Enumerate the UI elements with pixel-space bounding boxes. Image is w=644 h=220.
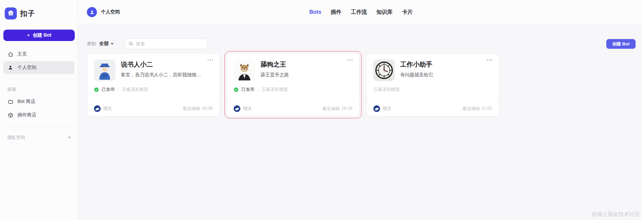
last-edited: 最近编辑 16:26 <box>322 106 352 112</box>
edited-time: 16:38 <box>202 106 213 112</box>
tab-knowledge[interactable]: 知识库 <box>376 9 393 16</box>
edited-label: 最近编辑 <box>182 106 200 112</box>
last-edited: 最近编辑 16:38 <box>182 106 213 112</box>
card-footer: 明天 最近编辑 16:38 <box>87 101 219 116</box>
sidebar-item-home[interactable]: 主页 <box>3 48 74 61</box>
coze-logo-icon <box>5 7 17 20</box>
owner-name: 明天 <box>383 106 392 112</box>
sidebar-item-personal-space[interactable]: 个人空间 <box>3 61 74 74</box>
more-options-icon[interactable] <box>206 58 214 62</box>
workspace-name: 个人空间 <box>101 9 120 15</box>
category-dropdown[interactable]: 全部 <box>99 41 113 47</box>
bot-title: 说书人小二 <box>121 60 204 69</box>
model-label: 云雀语言模型 <box>373 86 400 93</box>
brand-logo: 扣子 <box>0 0 78 20</box>
card-info: 舔狗之王 舔王晋升之路 <box>261 60 352 81</box>
card-info: 工作小助手 有问题就丢给它 <box>400 60 492 81</box>
bot-title: 舔狗之王 <box>261 60 344 69</box>
workspace-avatar-icon <box>87 7 97 17</box>
status-row: 已发布 云雀语言模型 <box>227 86 359 93</box>
sidebar-item-label: 插件商店 <box>18 112 36 118</box>
sidebar-nav: 主页 个人空间 探索 Bot 商店 <box>0 48 78 141</box>
owner-avatar <box>373 105 380 112</box>
edited-time: 11:52 <box>481 106 492 112</box>
team-space-label: 团队空间 <box>7 135 25 141</box>
bot-store-icon <box>7 99 13 105</box>
more-options-icon[interactable] <box>486 58 494 62</box>
top-header: 个人空间 Bots 插件 工作流 知识库 卡片 <box>78 0 644 24</box>
card-info: 说书人小二 客官，吾乃说书人小二，且听我细细说来... <box>121 60 213 81</box>
published-check-icon <box>234 87 239 92</box>
chevron-down-icon <box>111 43 113 45</box>
edited-time: 16:26 <box>341 106 352 112</box>
bot-card-tiangou[interactable]: 舔狗之王 舔王晋升之路 已发布 云雀语言模型 <box>227 53 360 116</box>
card-footer: 明天 最近编辑 11:52 <box>367 101 499 116</box>
create-bot-button-sidebar[interactable]: + 创建 Bot <box>3 30 75 41</box>
add-team-space-icon[interactable]: + <box>67 135 71 141</box>
sidebar-item-label: Bot 商店 <box>18 99 35 105</box>
bot-description: 舔王晋升之路 <box>261 72 344 78</box>
model-label: 云雀语言模型 <box>122 86 148 93</box>
owner-avatar <box>234 105 240 112</box>
bot-description: 有问题就丢给它 <box>400 72 483 78</box>
plugin-store-icon <box>7 112 13 118</box>
bot-card-work-assistant[interactable]: 工作小助手 有问题就丢给它 云雀语言模型 明天 最近编辑 11:5 <box>366 53 499 116</box>
sidebar-divider <box>4 126 74 126</box>
explore-section-label: 探索 <box>0 84 78 95</box>
sidebar-item-label: 个人空间 <box>18 65 36 71</box>
more-options-icon[interactable] <box>346 58 354 62</box>
owner-avatar <box>94 105 101 112</box>
scrollbar-track[interactable] <box>641 0 644 220</box>
filter-row: 类别: 全部 <box>87 38 636 49</box>
owner-name: 明天 <box>243 106 252 112</box>
sidebar-item-plugin-store[interactable]: 插件商店 <box>3 109 74 121</box>
published-label: 已发布 <box>241 86 255 93</box>
sidebar: 扣子 + 创建 Bot 主页 个人空间 探索 <box>0 0 78 220</box>
main-tabs: Bots 插件 工作流 知识库 卡片 <box>309 0 413 24</box>
bot-avatar-storyteller <box>94 60 115 81</box>
tab-plugins[interactable]: 插件 <box>331 9 341 16</box>
bot-card-shuoshuren[interactable]: 说书人小二 客官，吾乃说书人小二，且听我细细说来... 已发布 云雀语言模型 <box>87 53 220 116</box>
bot-avatar-dog-suit <box>234 60 255 81</box>
bot-card-list: 说书人小二 客官，吾乃说书人小二，且听我细细说来... 已发布 云雀语言模型 <box>87 53 636 116</box>
create-bot-label: 创建 Bot <box>33 32 51 38</box>
sidebar-divider <box>4 79 74 79</box>
card-main: 说书人小二 客官，吾乃说书人小二，且听我细细说来... <box>87 53 219 81</box>
edited-label: 最近编辑 <box>322 106 340 112</box>
search-input[interactable] <box>136 41 203 46</box>
brand-name: 扣子 <box>20 9 35 18</box>
status-separator <box>258 87 258 91</box>
person-icon <box>7 65 13 71</box>
card-footer: 明天 最近编辑 16:26 <box>227 101 359 116</box>
home-icon <box>7 51 13 57</box>
status-separator <box>118 87 118 91</box>
owner: 明天 <box>373 105 392 112</box>
status-row: 已发布 云雀语言模型 <box>87 86 219 93</box>
category-label: 类别: <box>87 41 97 47</box>
tab-cards[interactable]: 卡片 <box>402 9 413 16</box>
plus-icon: + <box>27 32 30 39</box>
card-main: 工作小助手 有问题就丢给它 <box>367 53 499 81</box>
model-label: 云雀语言模型 <box>262 86 288 93</box>
status-row: 云雀语言模型 <box>367 86 499 93</box>
published-label: 已发布 <box>102 86 115 93</box>
bot-avatar-clock <box>373 60 395 81</box>
sidebar-item-bot-store[interactable]: Bot 商店 <box>3 95 74 108</box>
team-space-row: 团队空间 + <box>0 131 78 141</box>
owner: 明天 <box>94 105 112 112</box>
card-main: 舔狗之王 舔王晋升之路 <box>227 53 359 81</box>
category-value: 全部 <box>99 41 109 47</box>
workspace-switcher[interactable]: 个人空间 <box>87 0 120 24</box>
owner: 明天 <box>234 105 252 112</box>
bot-title: 工作小助手 <box>400 60 483 69</box>
tab-workflows[interactable]: 工作流 <box>351 9 367 16</box>
owner-name: 明天 <box>103 106 112 112</box>
edited-label: 最近编辑 <box>462 106 480 112</box>
last-edited: 最近编辑 11:52 <box>462 106 492 112</box>
create-bot-button-top[interactable]: 创建 Bot <box>606 39 636 49</box>
sidebar-item-label: 主页 <box>18 51 27 57</box>
tab-bots[interactable]: Bots <box>309 9 321 15</box>
watermark: @稀土掘金技术社区 <box>591 211 640 218</box>
main-content: 类别: 全部 创建 Bot <box>78 24 644 220</box>
bot-description: 客官，吾乃说书人小二，且听我细细说来... <box>121 72 204 78</box>
